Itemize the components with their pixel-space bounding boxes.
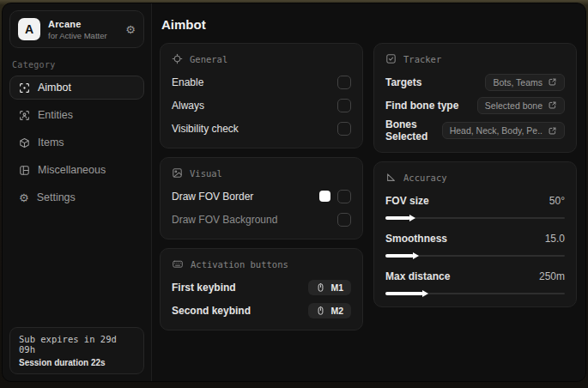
expand-icon bbox=[548, 77, 557, 87]
sidebar-item-settings[interactable]: ⚙ Settings bbox=[9, 185, 144, 209]
section-title: Accuracy bbox=[403, 173, 447, 183]
setting-label: Always bbox=[172, 100, 204, 112]
image-icon bbox=[172, 167, 183, 179]
subscription-info: Sub expires in 29d 09h Session duration … bbox=[9, 327, 144, 374]
sidebar-item-label: Miscellaneous bbox=[38, 164, 106, 176]
setting-row: Always bbox=[172, 95, 351, 115]
left-column: General Enable Always Visibility check bbox=[160, 43, 363, 330]
slider-fill bbox=[385, 254, 414, 258]
setting-label: Draw FOV Background bbox=[172, 214, 277, 226]
slider-group-smoothness: Smoothness 15.0 bbox=[385, 228, 565, 257]
section-title: Tracker bbox=[403, 54, 441, 64]
app-window: A Arcane for Active Matter ⚙ Category Ai… bbox=[2, 3, 586, 382]
checkbox-visibility-check[interactable] bbox=[337, 122, 351, 136]
setting-row: FOV size 50° bbox=[385, 191, 565, 210]
setting-row: Smoothness 15.0 bbox=[385, 228, 565, 248]
section-activation-buttons: Activation buttons First keybind M1 Seco… bbox=[160, 248, 363, 330]
slider-fill bbox=[385, 292, 423, 295]
dropdown-bones-selected[interactable]: Head, Neck, Body, Pe.. bbox=[442, 122, 565, 139]
sidebar-item-items[interactable]: Items bbox=[9, 130, 144, 155]
crosshair-icon bbox=[19, 82, 30, 94]
page-title: Aimbot bbox=[161, 17, 575, 32]
sidebar-item-aimbot[interactable]: Aimbot bbox=[9, 76, 144, 100]
dropdown-find-bone-type[interactable]: Selected bone bbox=[477, 97, 565, 114]
setting-row: Draw FOV Border bbox=[172, 186, 351, 206]
keybind-value: M1 bbox=[330, 282, 343, 293]
slider-group-max-distance: Max distance 250m bbox=[385, 266, 565, 294]
keybind-button-second[interactable]: M2 bbox=[308, 303, 351, 318]
section-header: Accuracy bbox=[385, 172, 565, 183]
keyboard-icon bbox=[172, 258, 184, 270]
main-content: Aimbot General Enable Alw bbox=[152, 3, 585, 381]
slider-fov-size[interactable] bbox=[385, 217, 565, 219]
panels-icon bbox=[19, 165, 30, 176]
setting-label: First keybind bbox=[172, 282, 236, 294]
checkbox-draw-fov-border[interactable] bbox=[337, 190, 351, 203]
app-logo: A bbox=[18, 18, 40, 40]
gear-icon: ⚙ bbox=[19, 192, 29, 203]
setting-label: Draw FOV Border bbox=[172, 191, 253, 203]
sidebar: A Arcane for Active Matter ⚙ Category Ai… bbox=[3, 3, 152, 381]
color-swatch-fov-border[interactable] bbox=[319, 191, 330, 202]
section-tracker: Tracker Targets Bots, Teams Find bone ty… bbox=[373, 43, 577, 153]
section-visual: Visual Draw FOV Border Draw FOV Backgrou… bbox=[160, 157, 363, 239]
slider-smoothness[interactable] bbox=[385, 255, 565, 257]
setting-label: Bones Selected bbox=[385, 118, 442, 142]
dropdown-targets[interactable]: Bots, Teams bbox=[485, 74, 565, 91]
category-label: Category bbox=[12, 60, 142, 70]
setting-row: Enable bbox=[172, 72, 351, 92]
slider-group-fov-size: FOV size 50° bbox=[385, 191, 565, 219]
session-duration-text: Session duration 22s bbox=[19, 358, 135, 367]
app-name: Arcane bbox=[48, 19, 118, 29]
setting-label: Max distance bbox=[385, 270, 450, 282]
setting-row: Second keybind M2 bbox=[172, 300, 351, 320]
setting-label: Enable bbox=[172, 76, 203, 88]
gear-icon[interactable]: ⚙ bbox=[125, 24, 136, 35]
setting-row: Draw FOV Background bbox=[172, 209, 351, 229]
section-title: General bbox=[190, 54, 227, 64]
section-general: General Enable Always Visibility check bbox=[160, 43, 363, 149]
crosshair-dot-icon bbox=[172, 53, 183, 64]
setting-row: Max distance 250m bbox=[385, 266, 565, 286]
setting-row: Bones Selected Head, Neck, Body, Pe.. bbox=[385, 118, 565, 142]
setting-row: First keybind M1 bbox=[172, 277, 351, 297]
section-header: Tracker bbox=[385, 53, 565, 64]
app-title-block: Arcane for Active Matter bbox=[48, 19, 118, 40]
mouse-icon bbox=[316, 282, 325, 293]
dropdown-value: Selected bone bbox=[485, 100, 543, 111]
checkbox-enable[interactable] bbox=[337, 76, 351, 89]
section-header: Visual bbox=[172, 167, 351, 179]
person-scan-icon bbox=[19, 110, 30, 121]
section-header: General bbox=[172, 53, 351, 64]
sidebar-item-miscellaneous[interactable]: Miscellaneous bbox=[9, 158, 144, 182]
sidebar-item-label: Entities bbox=[38, 109, 73, 121]
setting-label: Visibility check bbox=[172, 123, 239, 135]
slider-value: 15.0 bbox=[545, 233, 565, 245]
section-title: Visual bbox=[190, 168, 222, 179]
keybind-value: M2 bbox=[330, 306, 343, 316]
app-header: A Arcane for Active Matter ⚙ bbox=[9, 10, 144, 48]
setting-label: Targets bbox=[385, 76, 421, 88]
cube-icon bbox=[19, 137, 30, 149]
checkbox-draw-fov-background[interactable] bbox=[337, 213, 351, 227]
sidebar-item-label: Items bbox=[38, 136, 64, 149]
right-column: Tracker Targets Bots, Teams Find bone ty… bbox=[373, 43, 577, 307]
keybind-button-first[interactable]: M1 bbox=[308, 280, 351, 295]
slider-max-distance[interactable] bbox=[385, 293, 565, 294]
setting-label: Find bone type bbox=[385, 100, 458, 112]
setting-row: Visibility check bbox=[172, 118, 351, 138]
section-header: Activation buttons bbox=[172, 258, 351, 270]
sidebar-item-entities[interactable]: Entities bbox=[9, 103, 144, 127]
scan-check-icon bbox=[385, 53, 397, 64]
setting-label: FOV size bbox=[385, 195, 429, 207]
mouse-icon bbox=[316, 306, 325, 316]
checkbox-always[interactable] bbox=[337, 99, 351, 112]
setting-row: Find bone type Selected bone bbox=[385, 95, 565, 115]
angle-icon bbox=[385, 172, 397, 183]
slider-value: 250m bbox=[539, 270, 565, 282]
section-accuracy: Accuracy FOV size 50° Smoothness bbox=[373, 161, 577, 307]
slider-fill bbox=[385, 216, 410, 220]
expand-icon bbox=[548, 100, 557, 110]
expand-icon bbox=[548, 126, 557, 136]
dropdown-value: Bots, Teams bbox=[493, 77, 543, 88]
